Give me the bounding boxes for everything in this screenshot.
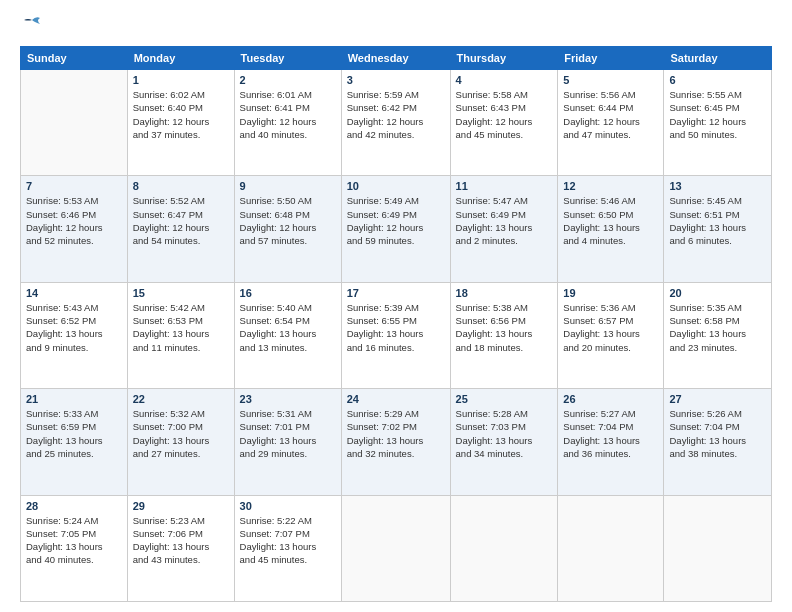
day-number: 22	[133, 393, 229, 405]
day-info: Sunrise: 5:58 AM Sunset: 6:43 PM Dayligh…	[456, 88, 553, 141]
day-info: Sunrise: 5:32 AM Sunset: 7:00 PM Dayligh…	[133, 407, 229, 460]
day-info: Sunrise: 5:23 AM Sunset: 7:06 PM Dayligh…	[133, 514, 229, 567]
calendar-cell	[558, 495, 664, 601]
day-info: Sunrise: 5:24 AM Sunset: 7:05 PM Dayligh…	[26, 514, 122, 567]
calendar-cell: 1Sunrise: 6:02 AM Sunset: 6:40 PM Daylig…	[127, 70, 234, 176]
calendar-cell: 21Sunrise: 5:33 AM Sunset: 6:59 PM Dayli…	[21, 389, 128, 495]
day-number: 25	[456, 393, 553, 405]
page: SundayMondayTuesdayWednesdayThursdayFrid…	[0, 0, 792, 612]
calendar-cell: 13Sunrise: 5:45 AM Sunset: 6:51 PM Dayli…	[664, 176, 772, 282]
day-number: 1	[133, 74, 229, 86]
calendar-cell: 18Sunrise: 5:38 AM Sunset: 6:56 PM Dayli…	[450, 282, 558, 388]
day-info: Sunrise: 5:59 AM Sunset: 6:42 PM Dayligh…	[347, 88, 445, 141]
calendar-cell: 30Sunrise: 5:22 AM Sunset: 7:07 PM Dayli…	[234, 495, 341, 601]
logo	[20, 16, 44, 36]
calendar-cell: 26Sunrise: 5:27 AM Sunset: 7:04 PM Dayli…	[558, 389, 664, 495]
day-number: 3	[347, 74, 445, 86]
day-info: Sunrise: 6:02 AM Sunset: 6:40 PM Dayligh…	[133, 88, 229, 141]
calendar-cell: 16Sunrise: 5:40 AM Sunset: 6:54 PM Dayli…	[234, 282, 341, 388]
day-info: Sunrise: 5:47 AM Sunset: 6:49 PM Dayligh…	[456, 194, 553, 247]
calendar-cell: 19Sunrise: 5:36 AM Sunset: 6:57 PM Dayli…	[558, 282, 664, 388]
day-number: 16	[240, 287, 336, 299]
day-number: 30	[240, 500, 336, 512]
day-info: Sunrise: 5:39 AM Sunset: 6:55 PM Dayligh…	[347, 301, 445, 354]
weekday-header-wednesday: Wednesday	[341, 47, 450, 70]
day-number: 4	[456, 74, 553, 86]
calendar-cell: 4Sunrise: 5:58 AM Sunset: 6:43 PM Daylig…	[450, 70, 558, 176]
day-info: Sunrise: 5:42 AM Sunset: 6:53 PM Dayligh…	[133, 301, 229, 354]
day-number: 21	[26, 393, 122, 405]
day-info: Sunrise: 5:45 AM Sunset: 6:51 PM Dayligh…	[669, 194, 766, 247]
day-info: Sunrise: 5:50 AM Sunset: 6:48 PM Dayligh…	[240, 194, 336, 247]
calendar-body: 1Sunrise: 6:02 AM Sunset: 6:40 PM Daylig…	[21, 70, 772, 602]
header	[20, 16, 772, 36]
day-info: Sunrise: 5:22 AM Sunset: 7:07 PM Dayligh…	[240, 514, 336, 567]
day-number: 11	[456, 180, 553, 192]
day-info: Sunrise: 5:28 AM Sunset: 7:03 PM Dayligh…	[456, 407, 553, 460]
calendar-week-row: 28Sunrise: 5:24 AM Sunset: 7:05 PM Dayli…	[21, 495, 772, 601]
day-info: Sunrise: 6:01 AM Sunset: 6:41 PM Dayligh…	[240, 88, 336, 141]
day-number: 6	[669, 74, 766, 86]
calendar-cell: 27Sunrise: 5:26 AM Sunset: 7:04 PM Dayli…	[664, 389, 772, 495]
day-number: 18	[456, 287, 553, 299]
calendar-cell: 2Sunrise: 6:01 AM Sunset: 6:41 PM Daylig…	[234, 70, 341, 176]
day-number: 8	[133, 180, 229, 192]
day-info: Sunrise: 5:43 AM Sunset: 6:52 PM Dayligh…	[26, 301, 122, 354]
day-info: Sunrise: 5:33 AM Sunset: 6:59 PM Dayligh…	[26, 407, 122, 460]
calendar-cell: 25Sunrise: 5:28 AM Sunset: 7:03 PM Dayli…	[450, 389, 558, 495]
calendar-table: SundayMondayTuesdayWednesdayThursdayFrid…	[20, 46, 772, 602]
weekday-header-monday: Monday	[127, 47, 234, 70]
day-info: Sunrise: 5:46 AM Sunset: 6:50 PM Dayligh…	[563, 194, 658, 247]
calendar-cell: 28Sunrise: 5:24 AM Sunset: 7:05 PM Dayli…	[21, 495, 128, 601]
day-number: 13	[669, 180, 766, 192]
day-number: 20	[669, 287, 766, 299]
calendar-cell: 8Sunrise: 5:52 AM Sunset: 6:47 PM Daylig…	[127, 176, 234, 282]
day-info: Sunrise: 5:38 AM Sunset: 6:56 PM Dayligh…	[456, 301, 553, 354]
calendar-cell: 3Sunrise: 5:59 AM Sunset: 6:42 PM Daylig…	[341, 70, 450, 176]
day-number: 12	[563, 180, 658, 192]
day-number: 24	[347, 393, 445, 405]
day-info: Sunrise: 5:31 AM Sunset: 7:01 PM Dayligh…	[240, 407, 336, 460]
day-number: 19	[563, 287, 658, 299]
day-info: Sunrise: 5:53 AM Sunset: 6:46 PM Dayligh…	[26, 194, 122, 247]
day-number: 27	[669, 393, 766, 405]
calendar-week-row: 21Sunrise: 5:33 AM Sunset: 6:59 PM Dayli…	[21, 389, 772, 495]
day-number: 9	[240, 180, 336, 192]
calendar-cell: 15Sunrise: 5:42 AM Sunset: 6:53 PM Dayli…	[127, 282, 234, 388]
calendar-cell: 23Sunrise: 5:31 AM Sunset: 7:01 PM Dayli…	[234, 389, 341, 495]
calendar-cell: 5Sunrise: 5:56 AM Sunset: 6:44 PM Daylig…	[558, 70, 664, 176]
day-info: Sunrise: 5:56 AM Sunset: 6:44 PM Dayligh…	[563, 88, 658, 141]
calendar-cell	[450, 495, 558, 601]
day-number: 23	[240, 393, 336, 405]
day-info: Sunrise: 5:36 AM Sunset: 6:57 PM Dayligh…	[563, 301, 658, 354]
day-info: Sunrise: 5:55 AM Sunset: 6:45 PM Dayligh…	[669, 88, 766, 141]
day-info: Sunrise: 5:52 AM Sunset: 6:47 PM Dayligh…	[133, 194, 229, 247]
day-number: 2	[240, 74, 336, 86]
day-number: 10	[347, 180, 445, 192]
day-number: 29	[133, 500, 229, 512]
day-info: Sunrise: 5:35 AM Sunset: 6:58 PM Dayligh…	[669, 301, 766, 354]
calendar-cell: 7Sunrise: 5:53 AM Sunset: 6:46 PM Daylig…	[21, 176, 128, 282]
logo-bird-icon	[22, 16, 44, 32]
weekday-header-sunday: Sunday	[21, 47, 128, 70]
calendar-cell: 10Sunrise: 5:49 AM Sunset: 6:49 PM Dayli…	[341, 176, 450, 282]
weekday-header-row: SundayMondayTuesdayWednesdayThursdayFrid…	[21, 47, 772, 70]
calendar-cell: 12Sunrise: 5:46 AM Sunset: 6:50 PM Dayli…	[558, 176, 664, 282]
calendar-cell: 20Sunrise: 5:35 AM Sunset: 6:58 PM Dayli…	[664, 282, 772, 388]
day-number: 15	[133, 287, 229, 299]
calendar-week-row: 7Sunrise: 5:53 AM Sunset: 6:46 PM Daylig…	[21, 176, 772, 282]
weekday-header-thursday: Thursday	[450, 47, 558, 70]
day-number: 17	[347, 287, 445, 299]
day-info: Sunrise: 5:26 AM Sunset: 7:04 PM Dayligh…	[669, 407, 766, 460]
weekday-header-saturday: Saturday	[664, 47, 772, 70]
calendar-cell: 29Sunrise: 5:23 AM Sunset: 7:06 PM Dayli…	[127, 495, 234, 601]
day-info: Sunrise: 5:27 AM Sunset: 7:04 PM Dayligh…	[563, 407, 658, 460]
day-number: 5	[563, 74, 658, 86]
calendar-cell: 17Sunrise: 5:39 AM Sunset: 6:55 PM Dayli…	[341, 282, 450, 388]
day-info: Sunrise: 5:40 AM Sunset: 6:54 PM Dayligh…	[240, 301, 336, 354]
calendar-cell	[664, 495, 772, 601]
weekday-header-friday: Friday	[558, 47, 664, 70]
day-number: 7	[26, 180, 122, 192]
calendar-cell: 14Sunrise: 5:43 AM Sunset: 6:52 PM Dayli…	[21, 282, 128, 388]
calendar-header: SundayMondayTuesdayWednesdayThursdayFrid…	[21, 47, 772, 70]
